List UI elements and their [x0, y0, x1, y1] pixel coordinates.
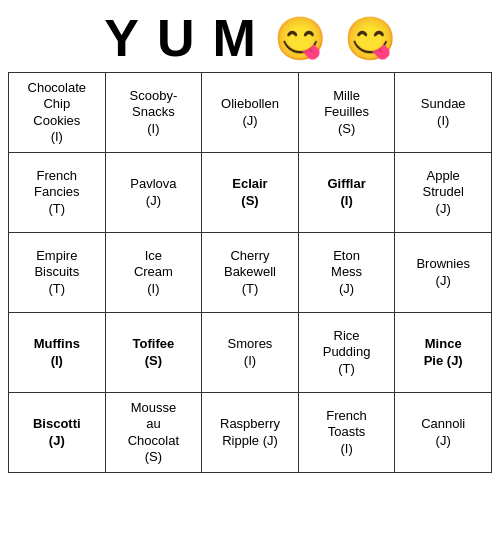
cell-4-3: FrenchToasts(I) [298, 393, 395, 473]
letter-u: U [157, 8, 195, 68]
cell-3-1: Tofifee(S) [105, 313, 202, 393]
cell-4-0: Biscotti(J) [9, 393, 106, 473]
cell-2-3: EtonMess(J) [298, 233, 395, 313]
cell-3-3: RicePudding(T) [298, 313, 395, 393]
cell-3-4: MincePie (J) [395, 313, 492, 393]
cell-1-3: Gifflar(I) [298, 153, 395, 233]
cell-3-0: Muffins(I) [9, 313, 106, 393]
cell-2-1: IceCream(I) [105, 233, 202, 313]
cell-0-2: Oliebollen(J) [202, 73, 299, 153]
cell-3-2: Smores(I) [202, 313, 299, 393]
cell-1-0: FrenchFancies(T) [9, 153, 106, 233]
cell-1-2: Eclair(S) [202, 153, 299, 233]
cell-4-2: RaspberryRipple (J) [202, 393, 299, 473]
cell-2-0: EmpireBiscuits(T) [9, 233, 106, 313]
letter-m: M [212, 8, 255, 68]
emoji-1: 😋 [274, 14, 326, 63]
emoji-2: 😋 [344, 14, 396, 63]
cell-1-1: Pavlova(J) [105, 153, 202, 233]
cell-2-2: CherryBakewell(T) [202, 233, 299, 313]
cell-0-0: ChocolateChipCookies(I) [9, 73, 106, 153]
cell-4-1: MousseauChocolat(S) [105, 393, 202, 473]
cell-2-4: Brownies(J) [395, 233, 492, 313]
cell-4-4: Cannoli(J) [395, 393, 492, 473]
cell-0-4: Sundae(I) [395, 73, 492, 153]
letter-y: Y [104, 8, 139, 68]
cell-1-4: AppleStrudel(J) [395, 153, 492, 233]
bingo-table: ChocolateChipCookies(I)Scooby-Snacks(I)O… [8, 72, 492, 473]
bingo-header: Y U M 😋 😋 [0, 0, 500, 72]
cell-0-3: MilleFeuilles(S) [298, 73, 395, 153]
cell-0-1: Scooby-Snacks(I) [105, 73, 202, 153]
